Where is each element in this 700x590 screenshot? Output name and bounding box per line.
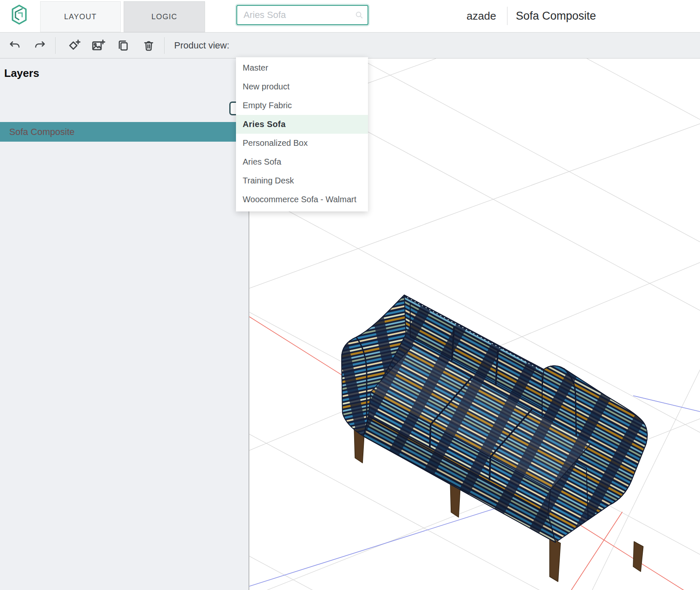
workspace-name: azade xyxy=(467,0,496,32)
redo-button[interactable] xyxy=(33,38,47,53)
add-layer-button[interactable] xyxy=(67,38,81,53)
toolbar-separator xyxy=(55,37,56,54)
dropdown-item[interactable]: New product xyxy=(236,77,368,96)
dropdown-item[interactable]: Woocommerce Sofa - Walmart xyxy=(236,190,368,209)
product-dropdown: MasterNew productEmpty FabricAries SofaP… xyxy=(236,57,368,211)
app-root: LAYOUT LOGIC azade Sofa Composite xyxy=(0,0,700,590)
add-layer-icon xyxy=(67,38,81,53)
layer-row[interactable]: Sofa Composite xyxy=(0,122,249,142)
layers-panel: Layers Sofa Composite xyxy=(0,58,249,590)
app-logo-icon[interactable] xyxy=(11,4,28,25)
z-axis-line xyxy=(633,396,700,412)
undo-icon xyxy=(8,39,21,52)
product-search xyxy=(236,5,368,25)
dropdown-item[interactable]: Aries Sofa xyxy=(236,115,368,134)
layers-panel-title: Layers xyxy=(4,67,39,80)
search-icon xyxy=(355,11,363,19)
add-image-button[interactable] xyxy=(91,38,105,53)
product-dropdown-list: MasterNew productEmpty FabricAries SofaP… xyxy=(236,58,368,209)
duplicate-icon xyxy=(117,39,130,52)
product-search-input[interactable] xyxy=(236,5,368,25)
add-image-icon xyxy=(91,38,105,53)
dropdown-item[interactable]: Aries Sofa xyxy=(236,153,368,171)
tab-logic[interactable]: LOGIC xyxy=(124,1,205,32)
redo-icon xyxy=(34,39,46,52)
delete-button[interactable] xyxy=(142,38,156,53)
trash-icon xyxy=(142,39,155,52)
product-view-label: Product view: xyxy=(174,33,229,58)
toolbar-separator xyxy=(164,37,165,54)
toolbar: Product view: xyxy=(0,32,700,58)
dropdown-item[interactable]: Master xyxy=(236,58,368,77)
layer-list: Sofa Composite xyxy=(0,122,249,142)
dropdown-item[interactable]: Empty Fabric xyxy=(236,96,368,115)
tab-layout[interactable]: LAYOUT xyxy=(40,1,121,32)
dropdown-item[interactable]: Training Desk xyxy=(236,171,368,190)
dropdown-item[interactable]: Personalized Box xyxy=(236,134,368,153)
undo-button[interactable] xyxy=(8,38,22,53)
document-title: Sofa Composite xyxy=(516,0,596,32)
header-divider xyxy=(507,7,507,25)
z-axis-line xyxy=(249,499,525,586)
duplicate-button[interactable] xyxy=(116,38,130,53)
layer-name: Sofa Composite xyxy=(9,127,75,137)
